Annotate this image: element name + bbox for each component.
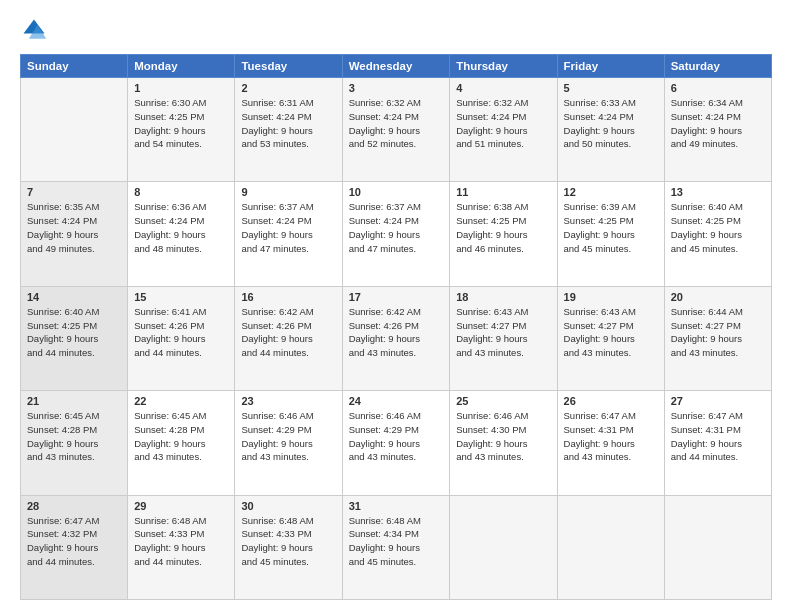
day-info: Sunrise: 6:37 AMSunset: 4:24 PMDaylight:… bbox=[241, 200, 335, 255]
day-info: Sunrise: 6:47 AMSunset: 4:32 PMDaylight:… bbox=[27, 514, 121, 569]
column-header-thursday: Thursday bbox=[450, 55, 557, 78]
column-header-sunday: Sunday bbox=[21, 55, 128, 78]
day-cell: 8Sunrise: 6:36 AMSunset: 4:24 PMDaylight… bbox=[128, 182, 235, 286]
day-number: 23 bbox=[241, 395, 335, 407]
day-cell: 14Sunrise: 6:40 AMSunset: 4:25 PMDayligh… bbox=[21, 286, 128, 390]
day-cell bbox=[664, 495, 771, 599]
day-cell: 16Sunrise: 6:42 AMSunset: 4:26 PMDayligh… bbox=[235, 286, 342, 390]
day-cell: 12Sunrise: 6:39 AMSunset: 4:25 PMDayligh… bbox=[557, 182, 664, 286]
day-info: Sunrise: 6:36 AMSunset: 4:24 PMDaylight:… bbox=[134, 200, 228, 255]
day-cell: 21Sunrise: 6:45 AMSunset: 4:28 PMDayligh… bbox=[21, 391, 128, 495]
day-cell: 3Sunrise: 6:32 AMSunset: 4:24 PMDaylight… bbox=[342, 78, 450, 182]
day-info: Sunrise: 6:42 AMSunset: 4:26 PMDaylight:… bbox=[349, 305, 444, 360]
day-number: 25 bbox=[456, 395, 550, 407]
day-info: Sunrise: 6:35 AMSunset: 4:24 PMDaylight:… bbox=[27, 200, 121, 255]
day-cell: 28Sunrise: 6:47 AMSunset: 4:32 PMDayligh… bbox=[21, 495, 128, 599]
day-cell: 22Sunrise: 6:45 AMSunset: 4:28 PMDayligh… bbox=[128, 391, 235, 495]
day-number: 28 bbox=[27, 500, 121, 512]
day-cell bbox=[450, 495, 557, 599]
day-info: Sunrise: 6:44 AMSunset: 4:27 PMDaylight:… bbox=[671, 305, 765, 360]
header-row: SundayMondayTuesdayWednesdayThursdayFrid… bbox=[21, 55, 772, 78]
day-number: 15 bbox=[134, 291, 228, 303]
day-info: Sunrise: 6:45 AMSunset: 4:28 PMDaylight:… bbox=[134, 409, 228, 464]
day-info: Sunrise: 6:47 AMSunset: 4:31 PMDaylight:… bbox=[671, 409, 765, 464]
day-info: Sunrise: 6:48 AMSunset: 4:33 PMDaylight:… bbox=[241, 514, 335, 569]
day-number: 11 bbox=[456, 186, 550, 198]
page: SundayMondayTuesdayWednesdayThursdayFrid… bbox=[0, 0, 792, 612]
day-cell: 26Sunrise: 6:47 AMSunset: 4:31 PMDayligh… bbox=[557, 391, 664, 495]
day-number: 3 bbox=[349, 82, 444, 94]
day-number: 12 bbox=[564, 186, 658, 198]
day-cell: 18Sunrise: 6:43 AMSunset: 4:27 PMDayligh… bbox=[450, 286, 557, 390]
day-cell: 13Sunrise: 6:40 AMSunset: 4:25 PMDayligh… bbox=[664, 182, 771, 286]
day-cell: 11Sunrise: 6:38 AMSunset: 4:25 PMDayligh… bbox=[450, 182, 557, 286]
day-cell: 7Sunrise: 6:35 AMSunset: 4:24 PMDaylight… bbox=[21, 182, 128, 286]
week-row-1: 1Sunrise: 6:30 AMSunset: 4:25 PMDaylight… bbox=[21, 78, 772, 182]
day-number: 30 bbox=[241, 500, 335, 512]
day-cell: 25Sunrise: 6:46 AMSunset: 4:30 PMDayligh… bbox=[450, 391, 557, 495]
calendar-header: SundayMondayTuesdayWednesdayThursdayFrid… bbox=[21, 55, 772, 78]
day-number: 20 bbox=[671, 291, 765, 303]
day-info: Sunrise: 6:32 AMSunset: 4:24 PMDaylight:… bbox=[349, 96, 444, 151]
day-number: 17 bbox=[349, 291, 444, 303]
day-cell: 10Sunrise: 6:37 AMSunset: 4:24 PMDayligh… bbox=[342, 182, 450, 286]
day-cell: 6Sunrise: 6:34 AMSunset: 4:24 PMDaylight… bbox=[664, 78, 771, 182]
day-cell: 29Sunrise: 6:48 AMSunset: 4:33 PMDayligh… bbox=[128, 495, 235, 599]
day-info: Sunrise: 6:42 AMSunset: 4:26 PMDaylight:… bbox=[241, 305, 335, 360]
day-cell: 27Sunrise: 6:47 AMSunset: 4:31 PMDayligh… bbox=[664, 391, 771, 495]
day-info: Sunrise: 6:47 AMSunset: 4:31 PMDaylight:… bbox=[564, 409, 658, 464]
day-cell: 9Sunrise: 6:37 AMSunset: 4:24 PMDaylight… bbox=[235, 182, 342, 286]
day-number: 8 bbox=[134, 186, 228, 198]
day-info: Sunrise: 6:32 AMSunset: 4:24 PMDaylight:… bbox=[456, 96, 550, 151]
day-number: 10 bbox=[349, 186, 444, 198]
day-number: 16 bbox=[241, 291, 335, 303]
day-cell: 15Sunrise: 6:41 AMSunset: 4:26 PMDayligh… bbox=[128, 286, 235, 390]
week-row-4: 21Sunrise: 6:45 AMSunset: 4:28 PMDayligh… bbox=[21, 391, 772, 495]
day-cell: 5Sunrise: 6:33 AMSunset: 4:24 PMDaylight… bbox=[557, 78, 664, 182]
day-number: 24 bbox=[349, 395, 444, 407]
day-cell: 23Sunrise: 6:46 AMSunset: 4:29 PMDayligh… bbox=[235, 391, 342, 495]
day-info: Sunrise: 6:45 AMSunset: 4:28 PMDaylight:… bbox=[27, 409, 121, 464]
logo bbox=[20, 16, 52, 44]
calendar-table: SundayMondayTuesdayWednesdayThursdayFrid… bbox=[20, 54, 772, 600]
column-header-tuesday: Tuesday bbox=[235, 55, 342, 78]
day-cell: 19Sunrise: 6:43 AMSunset: 4:27 PMDayligh… bbox=[557, 286, 664, 390]
day-number: 27 bbox=[671, 395, 765, 407]
day-info: Sunrise: 6:46 AMSunset: 4:29 PMDaylight:… bbox=[349, 409, 444, 464]
day-info: Sunrise: 6:43 AMSunset: 4:27 PMDaylight:… bbox=[456, 305, 550, 360]
week-row-3: 14Sunrise: 6:40 AMSunset: 4:25 PMDayligh… bbox=[21, 286, 772, 390]
day-cell: 17Sunrise: 6:42 AMSunset: 4:26 PMDayligh… bbox=[342, 286, 450, 390]
day-number: 7 bbox=[27, 186, 121, 198]
day-info: Sunrise: 6:33 AMSunset: 4:24 PMDaylight:… bbox=[564, 96, 658, 151]
day-number: 4 bbox=[456, 82, 550, 94]
day-number: 31 bbox=[349, 500, 444, 512]
day-cell: 31Sunrise: 6:48 AMSunset: 4:34 PMDayligh… bbox=[342, 495, 450, 599]
day-info: Sunrise: 6:46 AMSunset: 4:29 PMDaylight:… bbox=[241, 409, 335, 464]
day-info: Sunrise: 6:37 AMSunset: 4:24 PMDaylight:… bbox=[349, 200, 444, 255]
week-row-5: 28Sunrise: 6:47 AMSunset: 4:32 PMDayligh… bbox=[21, 495, 772, 599]
logo-icon bbox=[20, 16, 48, 44]
day-number: 1 bbox=[134, 82, 228, 94]
day-info: Sunrise: 6:31 AMSunset: 4:24 PMDaylight:… bbox=[241, 96, 335, 151]
day-number: 29 bbox=[134, 500, 228, 512]
column-header-monday: Monday bbox=[128, 55, 235, 78]
column-header-friday: Friday bbox=[557, 55, 664, 78]
day-number: 5 bbox=[564, 82, 658, 94]
calendar-body: 1Sunrise: 6:30 AMSunset: 4:25 PMDaylight… bbox=[21, 78, 772, 600]
day-info: Sunrise: 6:39 AMSunset: 4:25 PMDaylight:… bbox=[564, 200, 658, 255]
day-number: 9 bbox=[241, 186, 335, 198]
day-info: Sunrise: 6:43 AMSunset: 4:27 PMDaylight:… bbox=[564, 305, 658, 360]
day-info: Sunrise: 6:38 AMSunset: 4:25 PMDaylight:… bbox=[456, 200, 550, 255]
day-cell: 20Sunrise: 6:44 AMSunset: 4:27 PMDayligh… bbox=[664, 286, 771, 390]
day-cell bbox=[21, 78, 128, 182]
day-number: 21 bbox=[27, 395, 121, 407]
column-header-wednesday: Wednesday bbox=[342, 55, 450, 78]
day-info: Sunrise: 6:46 AMSunset: 4:30 PMDaylight:… bbox=[456, 409, 550, 464]
day-info: Sunrise: 6:41 AMSunset: 4:26 PMDaylight:… bbox=[134, 305, 228, 360]
day-number: 26 bbox=[564, 395, 658, 407]
day-info: Sunrise: 6:48 AMSunset: 4:33 PMDaylight:… bbox=[134, 514, 228, 569]
day-number: 19 bbox=[564, 291, 658, 303]
day-number: 14 bbox=[27, 291, 121, 303]
day-info: Sunrise: 6:40 AMSunset: 4:25 PMDaylight:… bbox=[27, 305, 121, 360]
day-info: Sunrise: 6:48 AMSunset: 4:34 PMDaylight:… bbox=[349, 514, 444, 569]
